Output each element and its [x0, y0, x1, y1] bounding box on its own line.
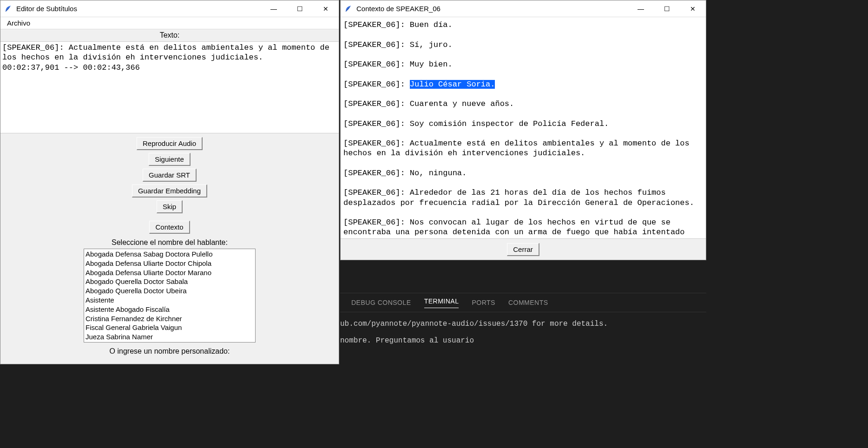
- context-titlebar[interactable]: Contexto de SPEAKER_06 — ☐ ✕: [341, 0, 706, 17]
- label-texto: Texto:: [0, 29, 339, 41]
- subtitle-text-area[interactable]: [SPEAKER_06]: Actualmente está en delito…: [0, 41, 339, 133]
- minimize-button[interactable]: —: [261, 0, 287, 17]
- tab-terminal[interactable]: TERMINAL: [424, 297, 459, 308]
- context-after: [SPEAKER_06]: Cuarenta y nueve años. [SP…: [343, 99, 694, 238]
- save-srt-button[interactable]: Guardar SRT: [143, 169, 197, 182]
- close-button[interactable]: ✕: [680, 0, 706, 17]
- label-select-speaker: Seleccione el nombre del hablante:: [0, 237, 339, 249]
- save-embedding-button[interactable]: Guardar Embedding: [132, 184, 207, 198]
- tab-debug-console[interactable]: DEBUG CONSOLE: [351, 299, 411, 306]
- maximize-button[interactable]: ☐: [287, 0, 313, 17]
- context-window-title: Contexto de SPEAKER_06: [356, 5, 628, 13]
- list-item[interactable]: Abogado Querella Doctor Sabala: [85, 277, 254, 286]
- list-item[interactable]: Abogada Defensa Uliarte Doctor Chipola: [85, 259, 254, 268]
- close-button[interactable]: ✕: [313, 0, 339, 17]
- list-item[interactable]: Asistente: [85, 296, 254, 305]
- maximize-button[interactable]: ☐: [654, 0, 680, 17]
- context-bottom-bar: Cerrar: [341, 238, 706, 260]
- list-item[interactable]: Abogada Defensa Sabag Doctora Pulello: [85, 250, 254, 259]
- tk-feather-icon: [344, 5, 352, 13]
- terminal-output[interactable]: ub.com/pyannote/pyannote-audio/issues/13…: [340, 312, 706, 345]
- list-item[interactable]: Jueza Sabrina Namer: [85, 332, 254, 342]
- menu-archivo[interactable]: Archivo: [3, 18, 34, 28]
- context-before: [SPEAKER_06]: Buen día. [SPEAKER_06]: Sí…: [343, 20, 453, 89]
- speaker-listbox[interactable]: Abogada Defensa Sabag Doctora PulelloAbo…: [84, 249, 256, 343]
- editor-button-stack: Reproducir Audio Siguiente Guardar SRT G…: [0, 133, 339, 234]
- tk-feather-icon: [4, 5, 12, 13]
- terminal-line: nombre. Preguntamos al usuario: [340, 336, 474, 345]
- context-window: Contexto de SPEAKER_06 — ☐ ✕ [SPEAKER_06…: [340, 0, 706, 260]
- list-item[interactable]: Fiscal General Gabriela Vaigun: [85, 323, 254, 332]
- skip-button[interactable]: Skip: [157, 200, 183, 213]
- editor-window: Editor de Subtítulos — ☐ ✕ Archivo Texto…: [0, 0, 339, 364]
- context-text-area[interactable]: [SPEAKER_06]: Buen día. [SPEAKER_06]: Sí…: [341, 17, 706, 238]
- terminal-line: ub.com/pyannote/pyannote-audio/issues/13…: [340, 320, 608, 328]
- vscode-panel-tabs: DEBUG CONSOLE TERMINAL PORTS COMMENTS: [340, 293, 706, 312]
- list-item[interactable]: Abogado Querella Doctor Ubeira: [85, 286, 254, 296]
- context-highlight: Julio César Soria.: [410, 80, 495, 89]
- context-button[interactable]: Contexto: [149, 221, 190, 234]
- play-audio-button[interactable]: Reproducir Audio: [137, 137, 203, 150]
- list-item[interactable]: Abogada Defensa Uliarte Doctor Marano: [85, 268, 254, 277]
- label-custom-name: O ingrese un nombre personalizado:: [0, 345, 339, 357]
- vscode-panel: DEBUG CONSOLE TERMINAL PORTS COMMENTS ub…: [340, 293, 706, 448]
- editor-menubar: Archivo: [0, 17, 339, 29]
- tab-comments[interactable]: COMMENTS: [508, 299, 548, 306]
- tab-ports[interactable]: PORTS: [472, 299, 495, 306]
- next-button[interactable]: Siguiente: [149, 153, 191, 166]
- list-item[interactable]: Asistente Abogado Fiscalía: [85, 305, 254, 314]
- editor-window-title: Editor de Subtítulos: [16, 5, 261, 13]
- list-item[interactable]: Cristina Fernandez de Kirchner: [85, 314, 254, 323]
- minimize-button[interactable]: —: [628, 0, 654, 17]
- editor-titlebar[interactable]: Editor de Subtítulos — ☐ ✕: [0, 0, 339, 17]
- context-close-button[interactable]: Cerrar: [507, 243, 539, 256]
